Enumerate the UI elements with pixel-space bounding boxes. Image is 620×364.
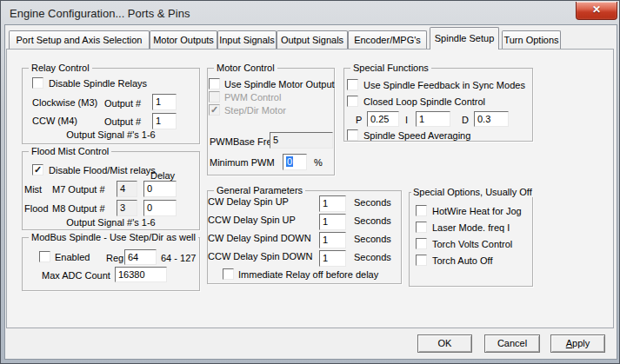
spindle-feedback-sync-label[interactable]: Use Spindle Feedback in Sync Modes (363, 80, 525, 91)
clockwise-m3-label: Clockwise (M3) (32, 97, 97, 109)
tab-spindle-setup[interactable]: Spindle Setup (430, 27, 499, 50)
apply-button-rest: pply (572, 338, 590, 348)
torch-auto-off-label[interactable]: Torch Auto Off (432, 255, 493, 267)
max-adc-count-field[interactable]: 16380 (115, 267, 167, 282)
closed-loop-spindle-label[interactable]: Closed Loop Spindle Control (363, 96, 485, 108)
p-label: P (356, 115, 362, 126)
i-field[interactable]: 1 (416, 111, 450, 127)
mist-output-field: 4 (117, 181, 137, 197)
disable-flood-mist-relays-checkbox[interactable] (32, 164, 43, 175)
flood-delay-field[interactable]: 0 (143, 200, 177, 216)
tab-port-setup-and-axis-selection[interactable]: Port Setup and Axis Selection (9, 30, 150, 50)
disable-spindle-relays-checkbox[interactable] (32, 77, 43, 89)
modbus-enabled-label[interactable]: Enabled (55, 252, 90, 263)
d-label: D (462, 115, 469, 126)
close-button[interactable]: ✕ (576, 2, 617, 20)
step-dir-motor-label: Step/Dir Motor (224, 105, 286, 116)
ccw-delay-spin-up-label: CCW Delay Spin UP (208, 215, 296, 226)
close-icon: ✕ (592, 3, 601, 16)
disable-flood-mist-relays-label[interactable]: Disable Flood/Mist relays (49, 165, 156, 176)
use-spindle-motor-output-checkbox[interactable] (209, 78, 220, 89)
clockwise-output-field[interactable]: 1 (152, 94, 177, 110)
tab-turn-options[interactable]: Turn Options (502, 30, 561, 50)
ccw-delay-spin-down-field[interactable]: 1 (319, 250, 346, 267)
ccw-output-number-label: Output # (104, 116, 141, 128)
tab-output-signals[interactable]: Output Signals (277, 30, 348, 50)
immediate-relay-off-label[interactable]: Immediate Relay off before delay (238, 269, 378, 281)
torch-auto-off-checkbox[interactable] (416, 255, 427, 266)
ccw-delay-spin-down-label: CCW Delay Spin DOWN (208, 251, 312, 262)
use-spindle-motor-output-label[interactable]: Use Spindle Motor Output (224, 79, 335, 90)
spindle-speed-averaging-label[interactable]: Spindle Speed Averaging (363, 130, 470, 142)
flood-mist-control-group-title: Flood Mist Control (29, 146, 111, 156)
modbus-enabled-checkbox[interactable] (39, 251, 50, 262)
mist-label: Mist (24, 184, 42, 195)
cw-delay-spin-down-field[interactable]: 1 (319, 232, 346, 248)
special-functions-group-title: Special Functions (350, 63, 431, 73)
cw-delay-spin-down-label: CW Delay Spind DOWN (208, 233, 311, 244)
cw-delay-spin-up-field[interactable]: 1 (319, 195, 346, 212)
flood-output-field: 3 (117, 200, 137, 216)
general-parameters-group-title: General Parameters (214, 185, 305, 195)
i-label: I (405, 115, 408, 126)
ccw-delay-spin-up-field[interactable]: 1 (319, 214, 346, 230)
modbus-reg-field[interactable]: 64 (124, 249, 157, 265)
minimum-pwm-field[interactable]: 0 (283, 154, 307, 170)
tab-input-signals[interactable]: Input Signals (217, 30, 277, 50)
minimum-pwm-label: Minimum PWM (210, 157, 275, 169)
hotwire-heat-for-jog-checkbox[interactable] (416, 205, 427, 216)
laser-mode-label[interactable]: Laser Mode. freq I (432, 222, 510, 234)
spindle-feedback-sync-checkbox[interactable] (347, 79, 358, 90)
pwmbase-freq-field: 5 (270, 132, 333, 149)
disable-spindle-relays-label[interactable]: Disable Spindle Relays (49, 78, 147, 89)
cw-delay-spin-up-label: CW Delay Spin UP (208, 196, 289, 208)
ok-button[interactable]: OK (417, 334, 472, 353)
ccw-delay-spin-down-unit: Seconds (354, 252, 391, 263)
motor-control-group-title: Motor Control (214, 63, 277, 73)
spindle-speed-averaging-checkbox[interactable] (347, 129, 358, 141)
cw-delay-spin-up-unit: Seconds (354, 197, 391, 208)
p-field[interactable]: 0.25 (367, 111, 399, 127)
flood-label: Flood (24, 203, 49, 215)
ccw-output-field[interactable]: 1 (152, 113, 177, 129)
modbus-reg-range-label: 64 - 127 (161, 253, 196, 264)
pwm-control-checkbox (209, 91, 220, 103)
step-dir-motor-checkbox (209, 104, 220, 116)
d-field[interactable]: 0.3 (474, 111, 509, 127)
mist-delay-field[interactable]: 0 (143, 181, 177, 197)
max-adc-count-label: Max ADC Count (42, 270, 110, 281)
apply-button-accelerator: A (566, 338, 572, 348)
torch-volts-control-checkbox[interactable] (416, 238, 427, 249)
minimum-pwm-selected-text: 0 (286, 156, 293, 167)
clockwise-output-number-label: Output # (104, 98, 141, 109)
flood-m8-output-label: M8 Output # (52, 203, 105, 215)
modbus-spindle-group-title: ModBus Spindle - Use Step/Dir as well (29, 232, 198, 242)
closed-loop-spindle-checkbox[interactable] (347, 96, 358, 107)
immediate-relay-off-checkbox[interactable] (223, 268, 234, 280)
relay-control-group-title: Relay Control (29, 63, 92, 73)
special-options-group-title: Special Options, Usually Off (411, 187, 534, 197)
modbus-reg-label: Reg (106, 253, 123, 264)
torch-volts-control-label[interactable]: Torch Volts Control (432, 239, 512, 250)
window-title: Engine Configuration... Ports & Pins (10, 7, 190, 20)
apply-button[interactable]: Apply (550, 334, 605, 353)
tab-encoder-mpgs[interactable]: Encoder/MPG's (348, 30, 427, 50)
laser-mode-checkbox[interactable] (416, 222, 427, 233)
relay-output-signal-range-label: Output Signal #'s 1-6 (26, 129, 196, 141)
hotwire-heat-for-jog-label[interactable]: HotWire Heat for Jog (432, 206, 522, 217)
flood-output-signal-range-label: Output Signal #'s 1-6 (26, 217, 196, 228)
pwm-control-label: PWM Control (224, 92, 281, 103)
ccw-delay-spin-up-unit: Seconds (354, 215, 391, 227)
cw-delay-spin-down-unit: Seconds (354, 234, 391, 245)
modbus-spindle-group: ModBus Spindle - Use Step/Dir as well (22, 237, 200, 291)
cancel-button[interactable]: Cancel (484, 334, 540, 353)
mist-m7-output-label: M7 Output # (52, 184, 105, 195)
ccw-m4-label: CCW (M4) (32, 116, 77, 127)
tab-motor-outputs[interactable]: Motor Outputs (150, 30, 217, 50)
percent-label: % (314, 157, 323, 169)
